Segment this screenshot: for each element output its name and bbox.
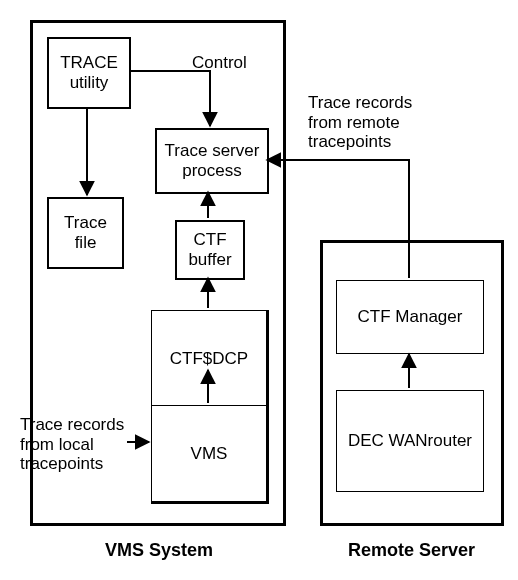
arrows-layer [0, 0, 518, 580]
arrow-remote-records [267, 160, 409, 278]
arrow-control [129, 71, 210, 126]
diagram-stage: TRACE utility Trace file Trace server pr… [0, 0, 518, 580]
